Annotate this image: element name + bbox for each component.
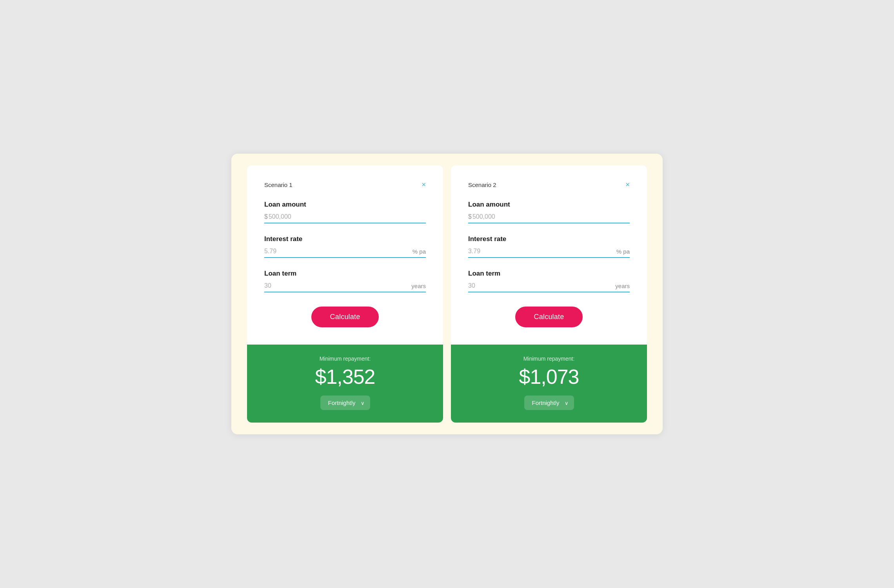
loan-amount-group-1: Loan amount $: [264, 201, 426, 223]
currency-prefix-1: $: [264, 213, 268, 220]
repayment-label-2: Minimum repayment:: [468, 356, 630, 362]
frequency-wrapper-1: Weekly Fortnightly Monthly: [320, 396, 370, 410]
loan-term-input-wrapper-1: years: [264, 282, 426, 292]
card-footer-1: Minimum repayment: $1,352 Weekly Fortnig…: [247, 345, 443, 423]
interest-rate-label-2: Interest rate: [468, 235, 630, 243]
card-header-1: Scenario 1 ×: [264, 181, 426, 188]
scenario-2-label: Scenario 2: [468, 181, 496, 188]
loan-term-input-2[interactable]: [468, 282, 612, 289]
repayment-label-1: Minimum repayment:: [264, 356, 426, 362]
frequency-wrapper-2: Weekly Fortnightly Monthly: [524, 396, 574, 410]
frequency-select-2[interactable]: Weekly Fortnightly Monthly: [524, 396, 574, 410]
card-header-2: Scenario 2 ×: [468, 181, 630, 188]
interest-rate-input-2[interactable]: [468, 248, 613, 255]
loan-amount-group-2: Loan amount $: [468, 201, 630, 223]
card-body-1: Scenario 1 × Loan amount $ Interest rate…: [247, 165, 443, 345]
scenario-2-close-button[interactable]: ×: [625, 181, 630, 188]
loan-amount-input-wrapper-1: $: [264, 213, 426, 223]
interest-rate-input-1[interactable]: [264, 248, 409, 255]
interest-rate-suffix-1: % pa: [412, 248, 426, 255]
loan-term-group-1: Loan term years: [264, 270, 426, 292]
interest-rate-label-1: Interest rate: [264, 235, 426, 243]
interest-rate-input-wrapper-2: % pa: [468, 248, 630, 258]
scenario-1-label: Scenario 1: [264, 181, 293, 188]
loan-term-label-1: Loan term: [264, 270, 426, 278]
loan-amount-input-1[interactable]: [269, 213, 426, 220]
card-footer-2: Minimum repayment: $1,073 Weekly Fortnig…: [451, 345, 647, 423]
loan-amount-label-2: Loan amount: [468, 201, 630, 209]
scenario-1-close-button[interactable]: ×: [422, 181, 426, 188]
currency-prefix-2: $: [468, 213, 472, 220]
loan-term-input-wrapper-2: years: [468, 282, 630, 292]
repayment-amount-1: $1,352: [264, 365, 426, 388]
loan-amount-input-2[interactable]: [472, 213, 630, 220]
interest-rate-input-wrapper-1: % pa: [264, 248, 426, 258]
loan-term-label-2: Loan term: [468, 270, 630, 278]
frequency-select-1[interactable]: Weekly Fortnightly Monthly: [320, 396, 370, 410]
calculate-button-2[interactable]: Calculate: [515, 307, 583, 327]
outer-container: Scenario 1 × Loan amount $ Interest rate…: [231, 154, 663, 434]
loan-term-suffix-2: years: [615, 283, 630, 289]
interest-rate-group-2: Interest rate % pa: [468, 235, 630, 258]
loan-amount-label-1: Loan amount: [264, 201, 426, 209]
card-body-2: Scenario 2 × Loan amount $ Interest rate…: [451, 165, 647, 345]
loan-term-group-2: Loan term years: [468, 270, 630, 292]
interest-rate-group-1: Interest rate % pa: [264, 235, 426, 258]
loan-amount-input-wrapper-2: $: [468, 213, 630, 223]
scenario-card-1: Scenario 1 × Loan amount $ Interest rate…: [247, 165, 443, 423]
repayment-amount-2: $1,073: [468, 365, 630, 388]
loan-term-suffix-1: years: [411, 283, 426, 289]
loan-term-input-1[interactable]: [264, 282, 408, 289]
calculate-button-1[interactable]: Calculate: [311, 307, 379, 327]
scenario-card-2: Scenario 2 × Loan amount $ Interest rate…: [451, 165, 647, 423]
interest-rate-suffix-2: % pa: [616, 248, 630, 255]
